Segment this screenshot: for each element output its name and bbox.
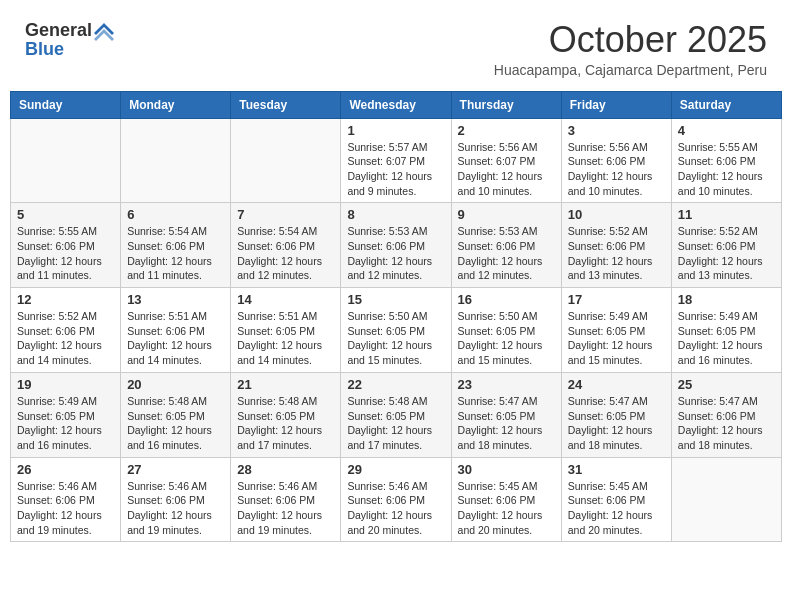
location-subtitle: Huacapampa, Cajamarca Department, Peru [494,62,767,78]
calendar-cell: 5Sunrise: 5:55 AM Sunset: 6:06 PM Daylig… [11,203,121,288]
day-info: Sunrise: 5:49 AM Sunset: 6:05 PM Dayligh… [568,309,665,368]
day-number: 29 [347,462,444,477]
header-wednesday: Wednesday [341,91,451,118]
day-info: Sunrise: 5:47 AM Sunset: 6:06 PM Dayligh… [678,394,775,453]
day-number: 27 [127,462,224,477]
calendar-cell: 18Sunrise: 5:49 AM Sunset: 6:05 PM Dayli… [671,288,781,373]
day-number: 14 [237,292,334,307]
day-info: Sunrise: 5:49 AM Sunset: 6:05 PM Dayligh… [678,309,775,368]
day-info: Sunrise: 5:53 AM Sunset: 6:06 PM Dayligh… [347,224,444,283]
day-number: 1 [347,123,444,138]
calendar-cell: 23Sunrise: 5:47 AM Sunset: 6:05 PM Dayli… [451,372,561,457]
day-number: 4 [678,123,775,138]
day-number: 21 [237,377,334,392]
calendar-cell: 3Sunrise: 5:56 AM Sunset: 6:06 PM Daylig… [561,118,671,203]
day-number: 30 [458,462,555,477]
day-info: Sunrise: 5:47 AM Sunset: 6:05 PM Dayligh… [458,394,555,453]
calendar-cell: 1Sunrise: 5:57 AM Sunset: 6:07 PM Daylig… [341,118,451,203]
calendar-week-5: 26Sunrise: 5:46 AM Sunset: 6:06 PM Dayli… [11,457,782,542]
calendar-cell: 2Sunrise: 5:56 AM Sunset: 6:07 PM Daylig… [451,118,561,203]
calendar-cell: 21Sunrise: 5:48 AM Sunset: 6:05 PM Dayli… [231,372,341,457]
calendar-cell: 31Sunrise: 5:45 AM Sunset: 6:06 PM Dayli… [561,457,671,542]
calendar-cell: 8Sunrise: 5:53 AM Sunset: 6:06 PM Daylig… [341,203,451,288]
day-number: 11 [678,207,775,222]
day-number: 26 [17,462,114,477]
day-info: Sunrise: 5:57 AM Sunset: 6:07 PM Dayligh… [347,140,444,199]
calendar-cell: 19Sunrise: 5:49 AM Sunset: 6:05 PM Dayli… [11,372,121,457]
header-tuesday: Tuesday [231,91,341,118]
title-section: October 2025 Huacapampa, Cajamarca Depar… [494,20,767,78]
calendar-cell: 25Sunrise: 5:47 AM Sunset: 6:06 PM Dayli… [671,372,781,457]
calendar-cell [11,118,121,203]
logo: General Blue [25,20,116,60]
day-number: 25 [678,377,775,392]
page-header: General Blue October 2025 Huacapampa, Ca… [10,10,782,83]
day-info: Sunrise: 5:46 AM Sunset: 6:06 PM Dayligh… [347,479,444,538]
day-number: 6 [127,207,224,222]
day-info: Sunrise: 5:49 AM Sunset: 6:05 PM Dayligh… [17,394,114,453]
calendar-cell: 16Sunrise: 5:50 AM Sunset: 6:05 PM Dayli… [451,288,561,373]
calendar-cell: 14Sunrise: 5:51 AM Sunset: 6:05 PM Dayli… [231,288,341,373]
calendar-cell [121,118,231,203]
day-number: 15 [347,292,444,307]
day-number: 10 [568,207,665,222]
day-number: 28 [237,462,334,477]
day-info: Sunrise: 5:56 AM Sunset: 6:06 PM Dayligh… [568,140,665,199]
calendar-week-4: 19Sunrise: 5:49 AM Sunset: 6:05 PM Dayli… [11,372,782,457]
day-number: 13 [127,292,224,307]
calendar-cell: 22Sunrise: 5:48 AM Sunset: 6:05 PM Dayli… [341,372,451,457]
day-info: Sunrise: 5:54 AM Sunset: 6:06 PM Dayligh… [237,224,334,283]
calendar-week-3: 12Sunrise: 5:52 AM Sunset: 6:06 PM Dayli… [11,288,782,373]
day-number: 7 [237,207,334,222]
day-number: 18 [678,292,775,307]
day-info: Sunrise: 5:54 AM Sunset: 6:06 PM Dayligh… [127,224,224,283]
day-info: Sunrise: 5:52 AM Sunset: 6:06 PM Dayligh… [17,309,114,368]
day-number: 9 [458,207,555,222]
day-info: Sunrise: 5:47 AM Sunset: 6:05 PM Dayligh… [568,394,665,453]
day-info: Sunrise: 5:46 AM Sunset: 6:06 PM Dayligh… [17,479,114,538]
calendar-cell: 30Sunrise: 5:45 AM Sunset: 6:06 PM Dayli… [451,457,561,542]
header-thursday: Thursday [451,91,561,118]
calendar-cell [231,118,341,203]
day-number: 31 [568,462,665,477]
calendar-cell: 27Sunrise: 5:46 AM Sunset: 6:06 PM Dayli… [121,457,231,542]
day-number: 8 [347,207,444,222]
header-monday: Monday [121,91,231,118]
day-info: Sunrise: 5:50 AM Sunset: 6:05 PM Dayligh… [347,309,444,368]
calendar-cell: 17Sunrise: 5:49 AM Sunset: 6:05 PM Dayli… [561,288,671,373]
calendar-cell: 29Sunrise: 5:46 AM Sunset: 6:06 PM Dayli… [341,457,451,542]
day-number: 22 [347,377,444,392]
calendar-cell: 24Sunrise: 5:47 AM Sunset: 6:05 PM Dayli… [561,372,671,457]
day-info: Sunrise: 5:52 AM Sunset: 6:06 PM Dayligh… [568,224,665,283]
day-number: 23 [458,377,555,392]
header-saturday: Saturday [671,91,781,118]
logo-general: General [25,20,92,41]
calendar-cell: 4Sunrise: 5:55 AM Sunset: 6:06 PM Daylig… [671,118,781,203]
header-friday: Friday [561,91,671,118]
calendar-cell: 7Sunrise: 5:54 AM Sunset: 6:06 PM Daylig… [231,203,341,288]
day-number: 5 [17,207,114,222]
calendar-week-2: 5Sunrise: 5:55 AM Sunset: 6:06 PM Daylig… [11,203,782,288]
month-title: October 2025 [494,20,767,60]
day-info: Sunrise: 5:48 AM Sunset: 6:05 PM Dayligh… [237,394,334,453]
day-info: Sunrise: 5:51 AM Sunset: 6:05 PM Dayligh… [237,309,334,368]
day-info: Sunrise: 5:56 AM Sunset: 6:07 PM Dayligh… [458,140,555,199]
day-info: Sunrise: 5:52 AM Sunset: 6:06 PM Dayligh… [678,224,775,283]
calendar-cell: 26Sunrise: 5:46 AM Sunset: 6:06 PM Dayli… [11,457,121,542]
calendar-cell: 6Sunrise: 5:54 AM Sunset: 6:06 PM Daylig… [121,203,231,288]
day-number: 20 [127,377,224,392]
day-info: Sunrise: 5:55 AM Sunset: 6:06 PM Dayligh… [678,140,775,199]
day-number: 16 [458,292,555,307]
day-info: Sunrise: 5:45 AM Sunset: 6:06 PM Dayligh… [458,479,555,538]
calendar-week-1: 1Sunrise: 5:57 AM Sunset: 6:07 PM Daylig… [11,118,782,203]
calendar-cell: 10Sunrise: 5:52 AM Sunset: 6:06 PM Dayli… [561,203,671,288]
day-info: Sunrise: 5:46 AM Sunset: 6:06 PM Dayligh… [237,479,334,538]
logo-icon [94,19,116,41]
day-number: 3 [568,123,665,138]
day-info: Sunrise: 5:55 AM Sunset: 6:06 PM Dayligh… [17,224,114,283]
day-info: Sunrise: 5:50 AM Sunset: 6:05 PM Dayligh… [458,309,555,368]
day-info: Sunrise: 5:45 AM Sunset: 6:06 PM Dayligh… [568,479,665,538]
calendar-cell: 20Sunrise: 5:48 AM Sunset: 6:05 PM Dayli… [121,372,231,457]
logo-blue: Blue [25,39,64,60]
day-number: 2 [458,123,555,138]
